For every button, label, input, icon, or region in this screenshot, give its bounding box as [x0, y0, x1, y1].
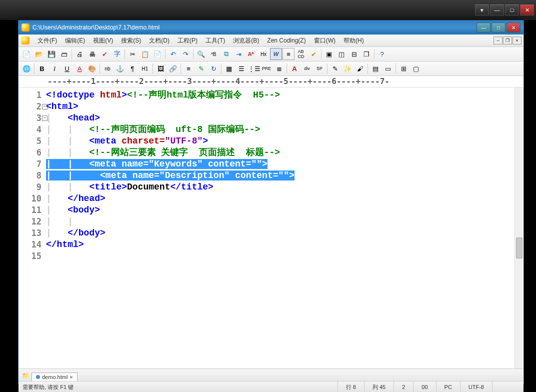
list-ul-icon[interactable]: ☰ [236, 62, 248, 74]
new-file-icon[interactable]: 📄 [20, 48, 32, 60]
save-icon[interactable]: 💾 [46, 48, 58, 60]
preview-icon[interactable]: 🖶 [86, 48, 98, 60]
code-line-selected[interactable]: | | <meta name="Keywords" content=""> [46, 158, 524, 170]
globe-icon[interactable]: 🌐 [20, 62, 32, 74]
heading-icon[interactable]: H1 [139, 62, 151, 74]
status-resize-grip[interactable] [492, 382, 524, 392]
save-all-icon[interactable]: 🗃 [58, 48, 70, 60]
outer-minimize-button[interactable]: — [490, 4, 504, 16]
code-line[interactable]: | <body> [46, 204, 524, 216]
code-line[interactable]: <html> [46, 101, 524, 112]
nbsp-icon[interactable]: nb [102, 62, 114, 74]
vertical-scrollbar[interactable] [514, 88, 524, 368]
cascade-icon[interactable]: ❐ [360, 48, 372, 60]
file-tab[interactable]: demo.html × [32, 372, 78, 381]
brush-icon[interactable]: 🖌 [354, 62, 366, 74]
grid-icon[interactable]: ⊞ [398, 62, 410, 74]
lang-icon[interactable]: 字 [111, 48, 123, 60]
align-left-icon[interactable]: ≡ [182, 62, 194, 74]
code-line[interactable]: | | [46, 216, 524, 228]
show-all-icon[interactable]: ABCD [295, 48, 307, 60]
code-line[interactable]: | | <!--声明页面编码 uft-8 国际编码--> [46, 124, 524, 136]
open-folder-icon[interactable]: 📂 [33, 48, 45, 60]
code-area[interactable]: <!doctype html><!--声明html版本编写指令 H5--> <h… [46, 88, 524, 368]
tile-h-icon[interactable]: ◫ [336, 48, 348, 60]
table-icon[interactable]: ▦ [223, 62, 235, 74]
menu-tools[interactable]: 工具(T) [202, 35, 229, 46]
edit-tool-icon[interactable]: ✎ [329, 62, 341, 74]
color-picker-icon[interactable]: 🎨 [86, 62, 98, 74]
redo-icon[interactable]: ↷ [180, 48, 192, 60]
indent-icon[interactable]: ⇥ [232, 48, 244, 60]
comment-icon[interactable]: ✎ [195, 62, 207, 74]
copy-icon[interactable]: 📋 [139, 48, 151, 60]
italic-icon[interactable]: I [48, 62, 60, 74]
menu-window[interactable]: 窗口(W) [310, 35, 340, 46]
link-icon[interactable]: 🔗 [167, 62, 179, 74]
close-button[interactable]: ✕ [506, 22, 520, 32]
undo-icon[interactable]: ↶ [167, 48, 179, 60]
menu-document[interactable]: 文档(D) [145, 35, 174, 46]
font-aa-icon[interactable]: Aᴬ [245, 48, 257, 60]
code-line[interactable]: </html> [46, 239, 524, 250]
minimize-button[interactable]: — [476, 22, 490, 32]
scrollbar-thumb[interactable] [516, 238, 522, 258]
input-icon[interactable]: ▭ [382, 62, 394, 74]
hex-icon[interactable]: Hx [258, 48, 270, 60]
check-icon[interactable]: ✔ [308, 48, 320, 60]
menu-view[interactable]: 视图(V) [89, 35, 117, 46]
bookmark-icon[interactable]: ⧉ [220, 48, 232, 60]
code-line-selected[interactable]: | | <meta name="Description" content=""> [46, 170, 524, 182]
paste-icon[interactable]: 📄 [152, 48, 164, 60]
menu-browser[interactable]: 浏览器(B) [229, 35, 263, 46]
menu-project[interactable]: 工程(P) [174, 35, 202, 46]
box-icon[interactable]: ▢ [410, 62, 422, 74]
underline-icon[interactable]: U [61, 62, 73, 74]
refresh-icon[interactable]: ↻ [208, 62, 220, 74]
window-icon[interactable]: ▣ [323, 48, 335, 60]
form-icon[interactable]: ▤ [370, 62, 382, 74]
code-line[interactable]: | | <meta charset="UTF-8"> [46, 136, 524, 147]
paragraph-icon[interactable]: ¶ [126, 62, 138, 74]
mdi-minimize-button[interactable]: – [494, 36, 502, 44]
tile-v-icon[interactable]: ⊟ [348, 48, 360, 60]
menu-edit[interactable]: 编辑(E) [61, 35, 89, 46]
wrap-icon[interactable]: W [270, 48, 282, 60]
code-line[interactable]: | | <!--网站三要素 关键字 页面描述 标题--> [46, 147, 524, 158]
hr-icon[interactable]: ≣ [273, 62, 285, 74]
bold-icon[interactable]: B [36, 62, 48, 74]
div-tag-icon[interactable]: div [301, 62, 313, 74]
maximize-button[interactable]: □ [492, 22, 506, 32]
outer-maximize-button[interactable]: □ [505, 4, 519, 16]
image-icon[interactable]: 🖼 [154, 62, 166, 74]
code-line[interactable]: | | <title>Document</title> [46, 182, 524, 193]
a-tag-icon[interactable]: A [288, 62, 300, 74]
menu-search[interactable]: 搜索(S) [117, 35, 145, 46]
menu-help[interactable]: 帮助(H) [340, 35, 368, 46]
code-line[interactable]: | </body> [46, 228, 524, 239]
show-space-icon[interactable]: ≡ [282, 48, 294, 60]
font-color-icon[interactable]: A [74, 62, 86, 74]
code-line[interactable]: | </head> [46, 193, 524, 204]
spellcheck-icon[interactable]: ✔ [98, 48, 110, 60]
code-line[interactable]: <!doctype html><!--声明html版本编写指令 H5--> [46, 90, 524, 101]
menu-zencoding[interactable]: Zen Coding(Z) [263, 36, 310, 46]
files-icon[interactable]: 📁 [22, 372, 30, 379]
list-ol-icon[interactable]: ⋮☰ [248, 62, 260, 74]
wand-icon[interactable]: ✨ [342, 62, 354, 74]
menu-file[interactable]: 文件(F) [34, 35, 61, 46]
code-line[interactable]: | <head> [46, 112, 524, 124]
pre-icon[interactable]: PRE [260, 62, 272, 74]
outer-extra-button[interactable]: ▾ [475, 4, 489, 16]
find-icon[interactable]: 🔍 [195, 48, 207, 60]
help-icon[interactable]: ? [376, 48, 388, 60]
title-bar[interactable]: C:\Users\Administrator\Desktop\7.17\demo… [18, 20, 524, 34]
mdi-close-button[interactable]: × [512, 36, 522, 44]
code-line[interactable] [46, 250, 524, 262]
replace-icon[interactable]: ᴬB [208, 48, 220, 60]
outer-close-button[interactable]: ✕ [520, 4, 534, 16]
print-icon[interactable]: 🖨 [74, 48, 86, 60]
editor-area[interactable]: 1 2− 3− 4 5 6 7 8 9 10 11 12 13 14 15 <!… [18, 88, 524, 368]
sp-tag-icon[interactable]: SP [314, 62, 326, 74]
cut-icon[interactable]: ✂ [126, 48, 138, 60]
